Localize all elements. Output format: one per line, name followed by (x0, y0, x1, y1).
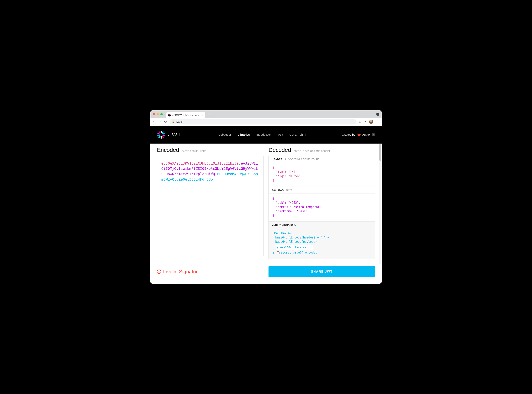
secret-base64-toggle[interactable]: secret base64 encoded (277, 251, 317, 255)
encoded-subtitle: PASTE A TOKEN HERE (182, 150, 207, 152)
crafted-by-label: Crafted by (342, 133, 355, 136)
svg-rect-14 (158, 131, 161, 134)
invalid-icon: ✕ (157, 270, 161, 274)
secret-input[interactable] (275, 245, 313, 250)
page: JWT Debugger Libraries Introduction Ask … (150, 126, 382, 284)
svg-rect-10 (157, 135, 160, 136)
scrollbar-thumb[interactable] (379, 144, 381, 161)
header-section-label: HEADER: (272, 158, 283, 161)
browser-menu-button[interactable]: ⋮ (376, 120, 380, 124)
header-json-editor[interactable]: { "typ": "JWT", "alg": "HS256" } (269, 163, 375, 187)
svg-rect-13 (162, 136, 164, 138)
nav-back-button[interactable]: ← (152, 120, 156, 124)
sig-line2: base64UrlEncode(payload), (273, 240, 371, 244)
verify-signature-section: VERIFY SIGNATURE HMACSHA256( base64UrlEn… (269, 222, 375, 259)
encoded-column: Encoded PASTE A TOKEN HERE eyJ0eXAiOiJKV… (157, 147, 263, 259)
payload-json-editor[interactable]: { "sub": "4242", "name": "Jessica Tempor… (269, 194, 375, 222)
debugger-footer: ✕ Invalid Signature SHARE JWT (150, 264, 382, 284)
page-scrollbar[interactable] (379, 144, 382, 264)
sig-fn: HMACSHA256( (273, 231, 371, 236)
new-tab-button[interactable]: + (208, 112, 210, 116)
site-nav: Debugger Libraries Introduction Ask Get … (218, 133, 306, 136)
site-header: JWT Debugger Libraries Introduction Ask … (150, 126, 382, 144)
auth0-logo-icon (357, 133, 361, 137)
signature-status: ✕ Invalid Signature (157, 269, 263, 275)
window-minimize-button[interactable] (157, 113, 159, 115)
svg-rect-6 (161, 136, 162, 139)
token-header-segment: eyJ0eXAiOiJKV1QiLCJhbGciOiJIUzI1NiJ9 (161, 161, 239, 165)
auth0-link[interactable]: Auth0 (357, 133, 370, 137)
sig-close: ) (273, 251, 274, 255)
nav-forward-button[interactable]: → (158, 120, 162, 124)
browser-tab-bar: JSON Web Tokens - jwt.io × + (150, 110, 382, 118)
encoded-token-input[interactable]: eyJ0eXAiOiJKV1QiLCJhbGciOiJIUzI1NiJ9.eyJ… (157, 156, 263, 256)
debugger-content: Encoded PASTE A TOKEN HERE eyJ0eXAiOiJKV… (150, 144, 382, 264)
header-json: { "typ": "JWT", "alg": "HS256" } (273, 166, 371, 183)
signature-block: HMACSHA256( base64UrlEncode(header) + ".… (269, 228, 375, 259)
lock-icon: 🔒 (172, 120, 175, 123)
browser-window: JSON Web Tokens - jwt.io × + ← → ⟳ 🔒 jwt… (150, 110, 382, 284)
secret-base64-label: secret base64 encoded (281, 251, 317, 255)
decoded-title: Decoded (269, 147, 291, 153)
header-section: HEADER: ALGORITHM & TOKEN TYPE { "typ": … (269, 156, 375, 187)
window-zoom-button[interactable] (160, 113, 163, 115)
header-section-desc: ALGORITHM & TOKEN TYPE (285, 158, 319, 161)
sig-line1: base64UrlEncode(header) + "." + (273, 236, 371, 240)
verify-section-label: VERIFY SIGNATURE (272, 224, 296, 226)
nav-ask[interactable]: Ask (278, 133, 283, 136)
auth0-label: Auth0 (362, 133, 370, 136)
svg-rect-11 (162, 135, 165, 136)
secret-base64-checkbox[interactable] (277, 251, 279, 254)
nav-debugger[interactable]: Debugger (218, 133, 231, 136)
site-logo[interactable]: JWT (157, 130, 183, 139)
payload-json: { "sub": "4242", "name": "Jessica Tempor… (273, 197, 371, 218)
tab-favicon-icon (168, 114, 171, 117)
url-text: jwt.io (176, 120, 182, 123)
svg-rect-5 (161, 131, 162, 133)
address-bar[interactable]: 🔒 jwt.io (170, 119, 356, 124)
browser-toolbar: ← → ⟳ 🔒 jwt.io ☆ ✦ ⋮ (150, 118, 382, 126)
account-chevron-icon[interactable] (376, 113, 379, 116)
payload-section: PAYLOAD: DATA { "sub": "4242", "name": "… (269, 187, 375, 222)
window-close-button[interactable] (153, 113, 155, 115)
signature-status-text: Invalid Signature (163, 269, 200, 275)
decoded-subtitle: EDIT THE PAYLOAD AND SECRET (294, 150, 330, 152)
payload-section-desc: DATA (286, 189, 292, 192)
svg-rect-8 (158, 136, 161, 138)
browser-tab[interactable]: JSON Web Tokens - jwt.io × (166, 112, 205, 118)
svg-rect-12 (157, 133, 160, 135)
payload-section-label: PAYLOAD: (272, 189, 284, 192)
help-icon[interactable]: ? (372, 133, 375, 136)
share-jwt-button[interactable]: SHARE JWT (269, 266, 375, 277)
svg-rect-9 (162, 133, 165, 135)
decoded-column: Decoded EDIT THE PAYLOAD AND SECRET HEAD… (269, 147, 375, 259)
tab-title: JSON Web Tokens - jwt.io (172, 114, 200, 117)
nav-reload-button[interactable]: ⟳ (164, 120, 167, 124)
logo-wordmark: JWT (168, 132, 183, 138)
nav-tshirt[interactable]: Get a T-shirt! (289, 133, 306, 136)
decoded-panel: HEADER: ALGORITHM & TOKEN TYPE { "typ": … (269, 156, 375, 259)
tab-close-icon[interactable]: × (202, 114, 203, 117)
window-controls (153, 113, 163, 115)
svg-rect-7 (162, 131, 164, 134)
crafted-by: Crafted by Auth0 ? (342, 133, 375, 137)
nav-introduction[interactable]: Introduction (256, 133, 271, 136)
profile-avatar[interactable] (369, 120, 373, 124)
nav-libraries[interactable]: Libraries (238, 133, 250, 136)
jwt-logo-icon (157, 130, 165, 139)
extensions-icon[interactable]: ✦ (364, 120, 366, 124)
bookmark-star-icon[interactable]: ☆ (359, 120, 361, 124)
encoded-title: Encoded (157, 147, 179, 153)
